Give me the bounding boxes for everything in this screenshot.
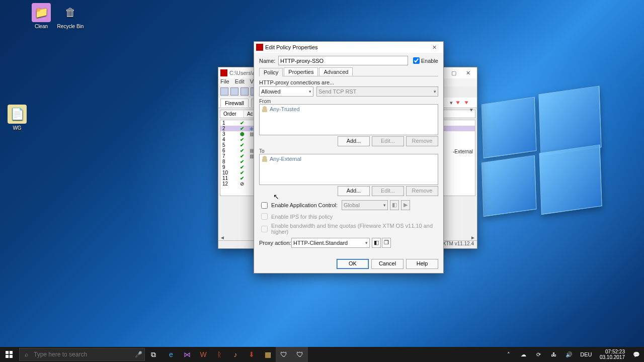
- desktop[interactable]: 📁 Clean 🗑 Recycle Bin 📄 WG C:\Users\abin…: [0, 0, 644, 362]
- search-input[interactable]: [33, 350, 132, 358]
- tray-icon[interactable]: ⟳: [531, 347, 546, 362]
- toolbar-icon[interactable]: [240, 87, 249, 96]
- ok-button[interactable]: OK: [337, 259, 369, 269]
- tab-policy[interactable]: Policy: [259, 68, 283, 76]
- proxy-view-icon[interactable]: ◧: [372, 238, 381, 248]
- mic-icon[interactable]: 🎤: [132, 351, 144, 358]
- enable-checkbox[interactable]: [413, 57, 420, 64]
- taskbar-app[interactable]: ᚱ: [211, 347, 227, 362]
- taskbar-app[interactable]: ⬇: [244, 347, 260, 362]
- tray-network-icon[interactable]: 🖧: [546, 347, 561, 362]
- from-add-button[interactable]: Add...: [338, 136, 370, 146]
- bandwidth-label: Enable bandwidth and time quotas (Firewa…: [271, 223, 438, 235]
- taskbar-app-wg2[interactable]: 🛡: [292, 347, 308, 362]
- search-icon: ⌕: [20, 351, 33, 358]
- proxy-action-label: Proxy action:: [259, 240, 291, 246]
- proxy-clone-icon[interactable]: ❐: [382, 238, 391, 248]
- bandwidth-checkbox: [261, 226, 268, 232]
- name-label: Name:: [259, 58, 278, 64]
- dialog-titlebar[interactable]: Edit Policy Properties ✕: [254, 42, 443, 53]
- tray-clock[interactable]: 07:52:23 03.10.2017: [596, 349, 629, 360]
- app-control-edit-icon: ▶: [401, 200, 410, 210]
- svg-rect-1: [10, 351, 13, 354]
- taskbar-app-wg[interactable]: 🛡: [276, 347, 292, 362]
- toolbar-icon[interactable]: [220, 87, 228, 96]
- task-view-button[interactable]: ⧉: [146, 347, 161, 362]
- icon-label: Recycle Bin: [54, 24, 87, 29]
- help-button[interactable]: Help: [406, 259, 438, 269]
- search-box[interactable]: ⌕ 🎤: [19, 348, 145, 361]
- taskbar-app[interactable]: ▦: [260, 347, 276, 362]
- icon-label: Clean: [25, 24, 57, 29]
- svg-rect-3: [10, 355, 13, 358]
- from-label: From: [259, 99, 438, 104]
- from-remove-button: Remove: [406, 136, 438, 146]
- to-list[interactable]: Any-External: [259, 154, 438, 185]
- app-control-label: Enable Application Control:: [271, 202, 338, 208]
- taskbar[interactable]: ⌕ 🎤 ⧉ e ⋈ W ᚱ ♪ ⬇ ▦ 🛡 🛡 ˄ ☁ ⟳ 🖧 🔊 DEU 07…: [0, 347, 644, 362]
- alias-icon: [262, 106, 268, 112]
- to-edit-button: Edit...: [372, 186, 404, 196]
- edit-policy-dialog[interactable]: Edit Policy Properties ✕ Name: Enable Po…: [254, 41, 444, 274]
- tray-notifications-icon[interactable]: 💬: [629, 347, 644, 362]
- tab-firewall[interactable]: Firewall: [220, 99, 249, 107]
- connections-combo[interactable]: Allowed▾: [259, 86, 313, 97]
- to-label: To: [259, 148, 438, 154]
- enable-label: Enable: [421, 58, 438, 64]
- app-control-checkbox[interactable]: [261, 202, 268, 209]
- taskbar-app-vs[interactable]: ⋈: [179, 347, 195, 362]
- start-button[interactable]: [0, 347, 18, 362]
- right-column-fragment: -External: [453, 149, 473, 154]
- desktop-icon-recycle-bin[interactable]: 🗑 Recycle Bin: [54, 3, 87, 29]
- svg-rect-2: [6, 355, 9, 358]
- dialog-title: Edit Policy Properties: [265, 44, 318, 50]
- deny-action-combo: Send TCP RST▾: [316, 86, 438, 97]
- app-icon: [220, 69, 227, 76]
- system-tray[interactable]: ˄ ☁ ⟳ 🖧 🔊 DEU 07:52:23 03.10.2017 💬: [501, 347, 644, 362]
- tray-language[interactable]: DEU: [577, 347, 596, 362]
- scroll-left-icon[interactable]: ◄: [220, 235, 225, 240]
- tray-chevron-icon[interactable]: ˄: [501, 347, 516, 362]
- taskbar-app-word[interactable]: W: [195, 347, 211, 362]
- toolbar-icon[interactable]: [230, 87, 238, 96]
- cancel-button[interactable]: Cancel: [371, 259, 404, 269]
- to-add-button[interactable]: Add...: [338, 186, 370, 196]
- tab-properties[interactable]: Properties: [284, 67, 318, 76]
- tray-volume-icon[interactable]: 🔊: [561, 347, 577, 362]
- ips-checkbox: [261, 213, 268, 220]
- taskbar-app-edge[interactable]: e: [163, 347, 179, 362]
- close-button[interactable]: ✕: [461, 70, 475, 76]
- dialog-tabs: Policy Properties Advanced: [259, 67, 438, 76]
- proxy-action-combo[interactable]: HTTP-Client.Standard▾: [291, 238, 370, 248]
- app-control-view-icon: ◧: [390, 200, 399, 210]
- scroll-right-icon[interactable]: ►: [470, 235, 475, 240]
- from-edit-button: Edit...: [372, 136, 404, 146]
- desktop-icon-clean[interactable]: 📁 Clean: [25, 3, 57, 29]
- ips-label: Enable IPS for this policy: [271, 214, 333, 220]
- taskbar-app[interactable]: ♪: [227, 347, 244, 362]
- policy-name-input[interactable]: [278, 56, 408, 65]
- maximize-button[interactable]: ▢: [447, 70, 461, 76]
- alias-icon: [262, 156, 268, 162]
- to-remove-button: Remove: [406, 186, 438, 196]
- tab-advanced[interactable]: Advanced: [319, 67, 353, 76]
- icon-label: WG: [1, 125, 33, 131]
- from-list[interactable]: Any-Trusted: [259, 104, 438, 135]
- close-button[interactable]: ✕: [427, 44, 441, 51]
- app-control-combo: Global▾: [342, 200, 388, 210]
- app-icon: [256, 44, 263, 51]
- desktop-icon-wg[interactable]: 📄 WG: [1, 105, 33, 131]
- filter-icon[interactable]: ▾ 🔻 🔻: [446, 99, 474, 107]
- connections-label: HTTP-proxy connections are...: [259, 79, 438, 85]
- tray-icon[interactable]: ☁: [516, 347, 531, 362]
- filter-dropdown[interactable]: ▾: [470, 107, 473, 113]
- svg-rect-0: [6, 351, 9, 354]
